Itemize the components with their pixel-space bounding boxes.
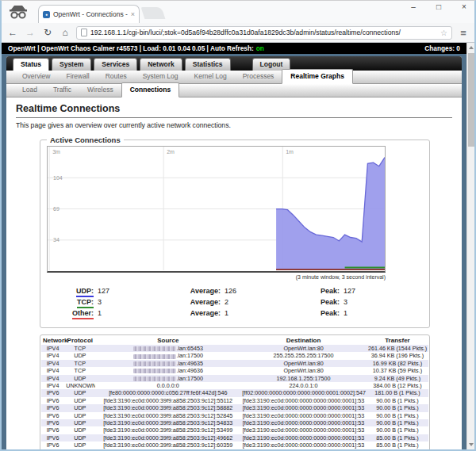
- cell-protocol: UDP: [64, 441, 95, 449]
- tab-wireless[interactable]: Wireless: [79, 83, 121, 97]
- content-card: StatusSystemServicesNetworkStatisticsLog…: [6, 56, 462, 449]
- summary-row: TCP:3Average:2Peak:3: [58, 297, 423, 308]
- cell-network: IPV4: [41, 352, 64, 359]
- connection-row: IPV4UDP.lan:17500192.168.1.255:175009.24…: [41, 375, 428, 382]
- series-average: 126: [221, 286, 314, 297]
- cell-source: [fe80:0000:0000:0000:c056:27ff:fe6f:442d…: [95, 389, 240, 396]
- forward-icon[interactable]: →: [24, 26, 36, 39]
- cell-protocol: UDP: [64, 434, 95, 441]
- cell-source: [fde3:3190:ec0d:0000:39f9:a858:2503:9c12…: [95, 441, 240, 449]
- cell-source: [fde3:3190:ec0d:0000:39f9:a858:2503:9c12…: [95, 434, 240, 441]
- cell-network: IPV4: [41, 382, 64, 389]
- titlebar: ● OpenWrt - Connections - × – □ ×: [2, 1, 474, 23]
- cell-destination: [fde3:3190:ec0d:0000:0000:0000:0000:0001…: [240, 419, 367, 426]
- cell-transfer: 90.00 B (1 Pkts.): [367, 412, 428, 419]
- changes-indicator[interactable]: Changes: 0: [424, 44, 460, 52]
- peak-label: Peak:: [314, 286, 340, 297]
- connection-row: IPV6UDP[fde3:3190:ec0d:0000:39f9:a858:25…: [41, 412, 428, 419]
- tab-overview[interactable]: Overview: [14, 70, 58, 83]
- cell-network: IPV4: [41, 375, 64, 382]
- tab-kernel-log[interactable]: Kernel Log: [186, 70, 235, 83]
- column-header-transfer: Transfer: [367, 336, 428, 345]
- new-tab-button[interactable]: [141, 7, 166, 19]
- cell-protocol: UDP: [64, 419, 95, 426]
- cell-network: IPV6: [41, 389, 64, 396]
- auto-refresh-toggle[interactable]: on: [256, 44, 264, 52]
- redacted-hostname: [133, 346, 176, 351]
- tab-services[interactable]: Services: [94, 58, 137, 71]
- tab-realtime-graphs[interactable]: Realtime Graphs: [282, 69, 353, 84]
- cell-destination: OpenWrt.lan:80: [240, 345, 367, 352]
- tab-connections[interactable]: Connections: [121, 82, 179, 97]
- series-peak: 127: [340, 286, 423, 297]
- tab-processes[interactable]: Processes: [235, 70, 282, 83]
- column-header-network: Network: [41, 336, 64, 345]
- maximize-button[interactable]: □: [433, 2, 444, 11]
- redacted-hostname: [133, 361, 176, 366]
- cell-source: .lan:49636: [95, 367, 240, 374]
- scrollbar[interactable]: [466, 43, 474, 449]
- cell-source: .lan:17500: [95, 375, 240, 382]
- cell-destination: [fde3:3190:ec0d:0000:0000:0000:0000:0001…: [240, 441, 367, 449]
- cell-destination: [fde3:3190:ec0d:0000:0000:0000:0000:0001…: [240, 397, 367, 404]
- cell-source: [fde3:3190:ec0d:0000:39f9:a858:2503:9c12…: [95, 397, 240, 404]
- connection-row: IPV6UDP[fe80:0000:0000:0000:c056:27ff:fe…: [41, 389, 428, 396]
- minimize-button[interactable]: –: [408, 2, 419, 11]
- tab-system[interactable]: System: [52, 58, 91, 71]
- openwrt-status-bar: OpenWrt | OpenWrt Chaos Calmer r45573 | …: [2, 43, 466, 54]
- cell-network: IPV4: [41, 360, 64, 367]
- cell-protocol: UDP: [64, 426, 95, 434]
- browser-tab[interactable]: ● OpenWrt - Connections - ×: [38, 5, 140, 23]
- tab-statistics[interactable]: Statistics: [185, 58, 231, 71]
- series-label: TCP:: [58, 297, 94, 308]
- scroll-up-icon[interactable]: [469, 46, 474, 49]
- bookmark-star-icon[interactable]: ☆: [440, 29, 447, 37]
- reload-icon[interactable]: ↻: [41, 26, 54, 39]
- tab-system-log[interactable]: System Log: [135, 70, 186, 83]
- cell-transfer: 90.00 B (1 Pkts.): [367, 419, 428, 426]
- home-icon[interactable]: ⌂: [59, 26, 71, 39]
- connection-row: IPV4TCP.lan:65453OpenWrt.lan:80261.46 KB…: [41, 345, 428, 352]
- tab-close-icon[interactable]: ×: [131, 10, 135, 18]
- tab-firewall[interactable]: Firewall: [58, 70, 97, 83]
- menu-icon[interactable]: ≡: [457, 27, 470, 39]
- realtime-submenu: LoadTrafficWirelessConnections: [6, 84, 462, 97]
- cell-transfer: 181.00 B (1 Pkts.): [367, 389, 428, 396]
- browser-window: ● OpenWrt - Connections - × – □ × ← → ↻ …: [0, 0, 476, 451]
- fieldset-legend: Active Connections: [47, 136, 124, 144]
- average-label: Average:: [187, 286, 221, 297]
- chart-caption: (3 minute window, 3 second interval): [47, 274, 386, 280]
- back-icon[interactable]: ←: [6, 26, 19, 39]
- openwrt-favicon: ●: [43, 11, 50, 18]
- connection-row: IPV6UDP[fde3:3190:ec0d:0000:39f9:a858:25…: [41, 426, 428, 434]
- cell-source: [fde3:3190:ec0d:0000:39f9:a858:2503:9c12…: [95, 426, 240, 434]
- connections-table: NetworkProtocolSourceDestinationTransfer…: [41, 336, 428, 449]
- cell-protocol: UDP: [64, 397, 95, 404]
- scroll-down-icon[interactable]: [469, 443, 474, 446]
- cell-protocol: UNKNOWN: [64, 382, 95, 389]
- tab-load[interactable]: Load: [14, 83, 45, 97]
- series-average: 1: [221, 308, 314, 319]
- url-text: 192.168.1.1/cgi-bin/luci/;stok=0d5a6f94b…: [90, 29, 437, 36]
- cell-transfer: 261.46 KB (1544 Pkts.): [367, 345, 428, 352]
- address-bar[interactable]: 192.168.1.1/cgi-bin/luci/;stok=0d5a6f94b…: [76, 26, 452, 40]
- series-peak: 1: [340, 308, 423, 319]
- tab-network[interactable]: Network: [140, 58, 182, 71]
- tab-routes[interactable]: Routes: [98, 70, 135, 83]
- cell-protocol: UDP: [64, 389, 95, 396]
- redacted-hostname: [133, 354, 176, 359]
- connection-row: IPV6UDP[fde3:3190:ec0d:0000:39f9:a858:25…: [41, 397, 428, 404]
- scrollbar-thumb[interactable]: [468, 53, 474, 147]
- connection-row: IPV6UDP[fde3:3190:ec0d:0000:39f9:a858:25…: [41, 404, 428, 411]
- tab-status[interactable]: Status: [13, 58, 49, 71]
- cell-source: [fde3:3190:ec0d:0000:39f9:a858:2503:9c12…: [95, 419, 240, 426]
- cell-destination: OpenWrt.lan:80: [240, 360, 367, 367]
- cell-transfer: 10.37 KB (59 Pkts.): [367, 367, 428, 374]
- connection-row: IPV6UDP[fde3:3190:ec0d:0000:39f9:a858:25…: [41, 434, 428, 441]
- cell-network: IPV6: [41, 426, 64, 434]
- connections-table-box: NetworkProtocolSourceDestinationTransfer…: [40, 334, 430, 449]
- summary-row: Other:1Average:1Peak:1: [58, 308, 423, 319]
- tab-traffic[interactable]: Traffic: [45, 83, 79, 97]
- cell-transfer: 85.00 B (1 Pkts.): [367, 434, 428, 441]
- close-button[interactable]: ×: [459, 2, 470, 11]
